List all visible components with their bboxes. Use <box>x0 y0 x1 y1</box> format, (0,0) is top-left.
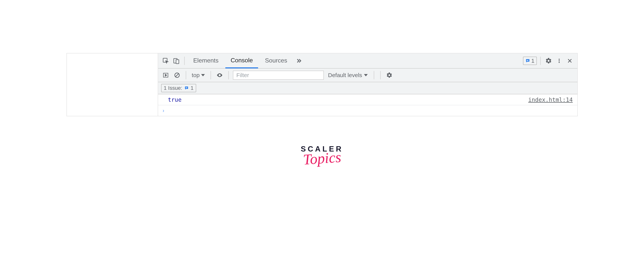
divider <box>184 57 184 65</box>
chevron-down-icon <box>364 74 368 76</box>
tab-sources[interactable]: Sources <box>260 53 292 68</box>
log-source-link[interactable]: index.html:14 <box>528 96 573 103</box>
console-output: true index.html:14 › <box>158 94 577 116</box>
inspect-element-icon[interactable] <box>161 56 170 65</box>
eye-icon[interactable] <box>215 71 224 80</box>
scaler-topics-logo: SCALER Topics <box>66 145 578 167</box>
divider <box>540 57 540 65</box>
devtools-frame: Elements Console Sources <box>66 53 578 116</box>
console-prompt[interactable]: › <box>158 105 577 116</box>
svg-point-6 <box>558 60 560 61</box>
tab-elements[interactable]: Elements <box>188 53 224 68</box>
svg-rect-11 <box>186 88 187 88</box>
divider <box>228 71 229 79</box>
issues-chip[interactable]: 1 Issue: 1 <box>161 84 196 92</box>
svg-rect-3 <box>526 60 529 60</box>
log-value: true <box>168 96 182 103</box>
svg-rect-10 <box>186 87 188 88</box>
page-whitespace <box>67 54 158 116</box>
divider <box>374 71 374 79</box>
console-settings-icon[interactable] <box>385 71 394 80</box>
context-label: top <box>192 72 200 78</box>
divider <box>210 71 211 79</box>
svg-rect-2 <box>176 60 179 64</box>
filter-bar: top Default levels <box>158 68 577 82</box>
divider <box>186 71 186 79</box>
message-icon <box>184 86 189 90</box>
levels-label: Default levels <box>328 72 362 78</box>
log-row: true index.html:14 <box>158 94 577 105</box>
clear-console-icon[interactable] <box>172 71 182 80</box>
issues-label: 1 Issue: <box>164 85 182 91</box>
settings-icon[interactable] <box>544 56 553 65</box>
sidebar-toggle-icon[interactable] <box>161 71 170 80</box>
context-selector[interactable]: top <box>190 72 206 78</box>
issues-row: 1 Issue: 1 <box>158 82 577 94</box>
kebab-menu-icon[interactable] <box>554 56 564 65</box>
filter-input[interactable] <box>233 71 324 80</box>
chevron-down-icon <box>201 74 205 76</box>
log-levels-selector[interactable]: Default levels <box>326 72 370 78</box>
svg-point-7 <box>558 62 560 63</box>
more-tabs-icon[interactable] <box>294 56 303 65</box>
chevron-right-icon: › <box>163 108 164 114</box>
tab-console[interactable]: Console <box>225 53 258 68</box>
divider <box>380 71 380 79</box>
svg-rect-4 <box>526 60 528 61</box>
device-toggle-icon[interactable] <box>172 56 181 65</box>
issues-badge-count: 1 <box>531 58 534 64</box>
logo-line2: Topics <box>66 132 578 185</box>
close-icon[interactable] <box>565 56 574 65</box>
issues-count: 1 <box>191 85 194 91</box>
devtools-panel: Elements Console Sources <box>158 54 577 116</box>
svg-point-5 <box>558 59 560 60</box>
issues-badge[interactable]: 1 <box>523 57 537 65</box>
tabs-bar: Elements Console Sources <box>158 54 577 68</box>
message-icon <box>525 58 530 63</box>
